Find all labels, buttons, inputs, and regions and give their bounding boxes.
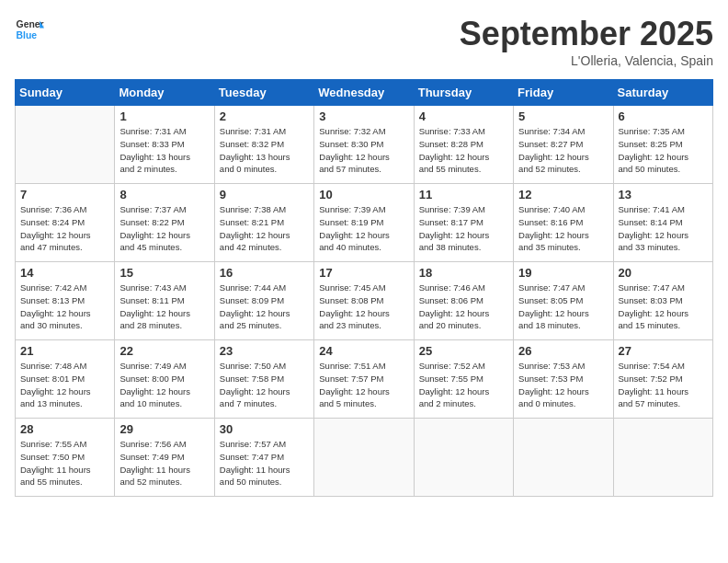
day-number: 16 bbox=[220, 266, 309, 280]
calendar-cell: 4Sunrise: 7:33 AM Sunset: 8:28 PM Daylig… bbox=[414, 106, 513, 184]
calendar-cell: 15Sunrise: 7:43 AM Sunset: 8:11 PM Dayli… bbox=[115, 262, 214, 340]
day-number: 7 bbox=[20, 188, 109, 201]
calendar-cell: 23Sunrise: 7:50 AM Sunset: 7:58 PM Dayli… bbox=[214, 340, 313, 419]
calendar-cell: 25Sunrise: 7:52 AM Sunset: 7:55 PM Dayli… bbox=[414, 340, 513, 419]
weekday-header-row: SundayMondayTuesdayWednesdayThursdayFrid… bbox=[16, 80, 713, 106]
day-number: 25 bbox=[419, 344, 508, 358]
day-info: Sunrise: 7:37 AM Sunset: 8:22 PM Dayligh… bbox=[119, 203, 209, 254]
svg-text:Blue: Blue bbox=[17, 30, 38, 40]
day-info: Sunrise: 7:34 AM Sunset: 8:27 PM Dayligh… bbox=[518, 125, 608, 176]
day-number: 23 bbox=[220, 344, 309, 358]
day-number: 19 bbox=[518, 266, 608, 280]
calendar-cell: 3Sunrise: 7:32 AM Sunset: 8:30 PM Daylig… bbox=[314, 106, 414, 184]
day-number: 10 bbox=[319, 188, 408, 201]
week-row-4: 21Sunrise: 7:48 AM Sunset: 8:01 PM Dayli… bbox=[16, 340, 713, 419]
day-info: Sunrise: 7:39 AM Sunset: 8:17 PM Dayligh… bbox=[419, 203, 508, 254]
calendar-cell: 30Sunrise: 7:57 AM Sunset: 7:47 PM Dayli… bbox=[214, 419, 313, 497]
day-info: Sunrise: 7:49 AM Sunset: 8:00 PM Dayligh… bbox=[119, 360, 209, 410]
calendar-cell: 8Sunrise: 7:37 AM Sunset: 8:22 PM Daylig… bbox=[115, 184, 214, 262]
day-info: Sunrise: 7:35 AM Sunset: 8:25 PM Dayligh… bbox=[619, 125, 708, 176]
week-row-5: 28Sunrise: 7:55 AM Sunset: 7:50 PM Dayli… bbox=[16, 419, 713, 497]
day-info: Sunrise: 7:31 AM Sunset: 8:33 PM Dayligh… bbox=[119, 125, 209, 176]
calendar-cell: 26Sunrise: 7:53 AM Sunset: 7:53 PM Dayli… bbox=[514, 340, 613, 419]
day-number: 18 bbox=[419, 266, 508, 280]
calendar-cell: 24Sunrise: 7:51 AM Sunset: 7:57 PM Dayli… bbox=[314, 340, 414, 419]
day-info: Sunrise: 7:47 AM Sunset: 8:03 PM Dayligh… bbox=[619, 282, 708, 332]
day-info: Sunrise: 7:56 AM Sunset: 7:49 PM Dayligh… bbox=[119, 438, 209, 488]
day-info: Sunrise: 7:31 AM Sunset: 8:32 PM Dayligh… bbox=[220, 125, 309, 176]
day-number: 17 bbox=[319, 266, 408, 280]
day-number: 22 bbox=[119, 344, 209, 358]
weekday-header-saturday: Saturday bbox=[613, 80, 712, 106]
calendar-cell: 14Sunrise: 7:42 AM Sunset: 8:13 PM Dayli… bbox=[16, 262, 115, 340]
day-number: 24 bbox=[319, 344, 408, 358]
day-info: Sunrise: 7:54 AM Sunset: 7:52 PM Dayligh… bbox=[619, 360, 708, 410]
day-info: Sunrise: 7:55 AM Sunset: 7:50 PM Dayligh… bbox=[20, 438, 109, 488]
day-number: 15 bbox=[119, 266, 209, 280]
calendar-cell bbox=[514, 419, 613, 497]
day-number: 27 bbox=[619, 344, 708, 358]
day-info: Sunrise: 7:39 AM Sunset: 8:19 PM Dayligh… bbox=[319, 203, 408, 254]
day-info: Sunrise: 7:44 AM Sunset: 8:09 PM Dayligh… bbox=[220, 282, 309, 332]
calendar-cell: 18Sunrise: 7:46 AM Sunset: 8:06 PM Dayli… bbox=[414, 262, 513, 340]
calendar-cell: 6Sunrise: 7:35 AM Sunset: 8:25 PM Daylig… bbox=[613, 106, 712, 184]
calendar-cell: 5Sunrise: 7:34 AM Sunset: 8:27 PM Daylig… bbox=[514, 106, 613, 184]
calendar-cell: 2Sunrise: 7:31 AM Sunset: 8:32 PM Daylig… bbox=[214, 106, 313, 184]
week-row-1: 1Sunrise: 7:31 AM Sunset: 8:33 PM Daylig… bbox=[16, 106, 713, 184]
weekday-header-thursday: Thursday bbox=[414, 80, 513, 106]
title-block: September 2025 L'Olleria, Valencia, Spai… bbox=[460, 15, 713, 68]
calendar-cell: 10Sunrise: 7:39 AM Sunset: 8:19 PM Dayli… bbox=[314, 184, 414, 262]
logo: General Blue bbox=[15, 15, 48, 44]
day-info: Sunrise: 7:45 AM Sunset: 8:08 PM Dayligh… bbox=[319, 282, 408, 332]
month-title: September 2025 bbox=[460, 15, 713, 53]
calendar-cell: 1Sunrise: 7:31 AM Sunset: 8:33 PM Daylig… bbox=[115, 106, 214, 184]
day-info: Sunrise: 7:46 AM Sunset: 8:06 PM Dayligh… bbox=[419, 282, 508, 332]
day-info: Sunrise: 7:42 AM Sunset: 8:13 PM Dayligh… bbox=[20, 282, 109, 332]
day-number: 12 bbox=[518, 188, 608, 201]
week-row-2: 7Sunrise: 7:36 AM Sunset: 8:24 PM Daylig… bbox=[16, 184, 713, 262]
day-info: Sunrise: 7:52 AM Sunset: 7:55 PM Dayligh… bbox=[419, 360, 508, 410]
day-info: Sunrise: 7:40 AM Sunset: 8:16 PM Dayligh… bbox=[518, 203, 608, 254]
day-number: 29 bbox=[119, 422, 209, 436]
weekday-header-friday: Friday bbox=[514, 80, 613, 106]
day-number: 26 bbox=[518, 344, 608, 358]
day-info: Sunrise: 7:47 AM Sunset: 8:05 PM Dayligh… bbox=[518, 282, 608, 332]
day-number: 9 bbox=[220, 188, 309, 201]
calendar-cell bbox=[16, 106, 115, 184]
day-info: Sunrise: 7:43 AM Sunset: 8:11 PM Dayligh… bbox=[119, 282, 209, 332]
day-info: Sunrise: 7:38 AM Sunset: 8:21 PM Dayligh… bbox=[220, 203, 309, 254]
calendar-cell bbox=[414, 419, 513, 497]
calendar-cell: 29Sunrise: 7:56 AM Sunset: 7:49 PM Dayli… bbox=[115, 419, 214, 497]
calendar-cell: 17Sunrise: 7:45 AM Sunset: 8:08 PM Dayli… bbox=[314, 262, 414, 340]
weekday-header-wednesday: Wednesday bbox=[314, 80, 414, 106]
day-info: Sunrise: 7:48 AM Sunset: 8:01 PM Dayligh… bbox=[20, 360, 109, 410]
day-info: Sunrise: 7:36 AM Sunset: 8:24 PM Dayligh… bbox=[20, 203, 109, 254]
day-info: Sunrise: 7:51 AM Sunset: 7:57 PM Dayligh… bbox=[319, 360, 408, 410]
day-number: 30 bbox=[220, 422, 309, 436]
calendar-cell: 21Sunrise: 7:48 AM Sunset: 8:01 PM Dayli… bbox=[16, 340, 115, 419]
day-number: 3 bbox=[319, 109, 408, 123]
calendar-cell bbox=[314, 419, 414, 497]
day-number: 8 bbox=[119, 188, 209, 201]
calendar-cell: 9Sunrise: 7:38 AM Sunset: 8:21 PM Daylig… bbox=[214, 184, 313, 262]
calendar-cell bbox=[613, 419, 712, 497]
page-header: General Blue September 2025 L'Olleria, V… bbox=[15, 15, 713, 68]
day-number: 14 bbox=[20, 266, 109, 280]
weekday-header-monday: Monday bbox=[115, 80, 214, 106]
day-number: 6 bbox=[619, 109, 708, 123]
day-info: Sunrise: 7:50 AM Sunset: 7:58 PM Dayligh… bbox=[220, 360, 309, 410]
calendar-cell: 13Sunrise: 7:41 AM Sunset: 8:14 PM Dayli… bbox=[613, 184, 712, 262]
day-number: 5 bbox=[518, 109, 608, 123]
day-number: 21 bbox=[20, 344, 109, 358]
calendar-cell: 12Sunrise: 7:40 AM Sunset: 8:16 PM Dayli… bbox=[514, 184, 613, 262]
day-number: 11 bbox=[419, 188, 508, 201]
day-info: Sunrise: 7:41 AM Sunset: 8:14 PM Dayligh… bbox=[619, 203, 708, 254]
calendar-table: SundayMondayTuesdayWednesdayThursdayFrid… bbox=[15, 79, 713, 497]
calendar-cell: 16Sunrise: 7:44 AM Sunset: 8:09 PM Dayli… bbox=[214, 262, 313, 340]
day-number: 13 bbox=[619, 188, 708, 201]
week-row-3: 14Sunrise: 7:42 AM Sunset: 8:13 PM Dayli… bbox=[16, 262, 713, 340]
day-number: 28 bbox=[20, 422, 109, 436]
calendar-cell: 22Sunrise: 7:49 AM Sunset: 8:00 PM Dayli… bbox=[115, 340, 214, 419]
location: L'Olleria, Valencia, Spain bbox=[460, 53, 713, 68]
day-number: 1 bbox=[119, 109, 209, 123]
